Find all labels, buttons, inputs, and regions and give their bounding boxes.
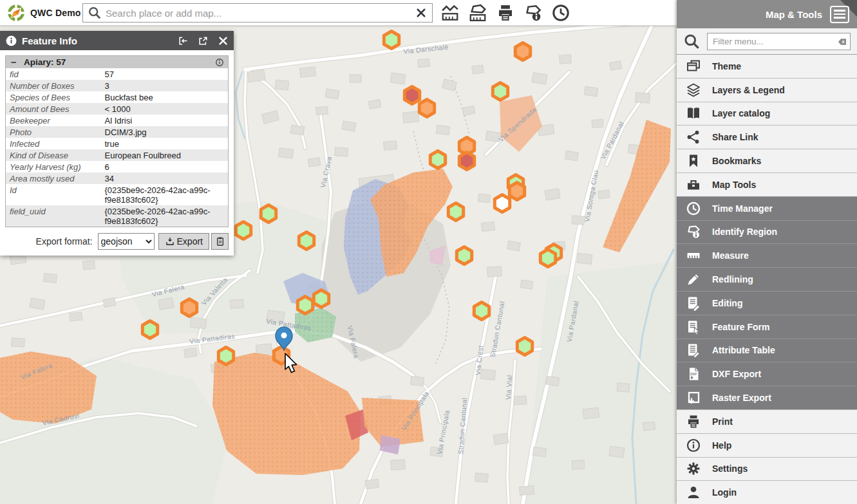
sidebar-item-editing[interactable]: Editing (677, 291, 857, 315)
sidebar-item-layer-catalog[interactable]: Layer catalog (677, 102, 857, 126)
apiary-marker[interactable] (419, 100, 434, 117)
sidebar-item-settings[interactable]: Settings (677, 457, 857, 481)
building (275, 80, 288, 90)
identify-region-button[interactable] (523, 3, 543, 23)
export-button[interactable]: Export (158, 233, 209, 250)
building (436, 125, 449, 135)
attribute-label: Id (6, 184, 101, 205)
apiary-marker[interactable] (297, 297, 312, 314)
apiary-marker[interactable] (474, 303, 489, 320)
attribute-value: < 1000 (101, 103, 229, 115)
apiary-marker[interactable] (236, 222, 250, 239)
print-button[interactable] (496, 3, 515, 23)
export-format-label: Export format: (36, 236, 93, 247)
sidebar-item-label: Print (712, 416, 733, 427)
sidebar-item-identify-region[interactable]: Identify Region (677, 220, 857, 244)
apiary-marker[interactable] (540, 250, 555, 267)
attribute-value: 6 (101, 161, 229, 173)
sidebar-item-share-link[interactable]: Share Link (677, 125, 857, 149)
attribute-label: Kind of Disease (6, 149, 101, 161)
sidebar-item-layers-legend[interactable]: Layers & Legend (677, 78, 857, 102)
apiary-marker[interactable] (459, 153, 474, 170)
apiary-marker[interactable] (404, 87, 419, 104)
sidebar-item-bookmarks[interactable]: Bookmarks (677, 149, 857, 173)
app-logo[interactable]: QWC Demo (6, 3, 81, 23)
building (391, 460, 406, 470)
sidebar-item-theme[interactable]: Theme (677, 54, 857, 78)
sidebar-item-raster-export[interactable]: Raster Export (677, 386, 857, 409)
building (480, 369, 495, 380)
building (316, 106, 328, 115)
apiary-marker[interactable] (142, 321, 157, 339)
attribute-label: Amount of Bees (6, 103, 101, 115)
theme-icon (686, 59, 701, 74)
building (83, 261, 95, 270)
attribute-value: true (101, 138, 229, 149)
topbar-toolbar (440, 3, 570, 23)
building (598, 190, 610, 199)
apiary-marker[interactable] (384, 32, 399, 49)
collapse-icon[interactable] (10, 58, 19, 67)
sidebar-item-feature-form[interactable]: Feature Form (677, 315, 857, 339)
export-format-select[interactable]: geojson (98, 233, 155, 250)
attribute-value: 34 (101, 173, 229, 184)
apiary-marker[interactable] (509, 183, 524, 200)
feature-group-header[interactable]: Apiary: 57 (6, 56, 229, 69)
apiary-marker[interactable] (314, 290, 328, 308)
sidebar-item-map-tools[interactable]: Map Tools (677, 173, 857, 196)
filter-menu-input[interactable] (707, 33, 851, 50)
apiary-marker[interactable] (261, 205, 276, 223)
building (514, 396, 527, 405)
building (545, 189, 560, 200)
search-clear-icon[interactable] (415, 7, 427, 19)
ruler-icon (686, 248, 701, 263)
sidebar-item-print[interactable]: Print (677, 409, 857, 433)
attribute-row: Kind of DiseaseEuropean Foulbreed (6, 149, 229, 161)
apiary-marker[interactable] (515, 43, 530, 61)
sidebar-item-time-manager[interactable]: Time Manager (677, 196, 857, 220)
hamburger-menu-icon[interactable] (830, 6, 849, 23)
info-icon (686, 438, 701, 453)
building (519, 486, 534, 496)
measure-line-button[interactable] (440, 3, 460, 23)
apiary-marker[interactable] (457, 247, 471, 265)
apiary-marker[interactable] (493, 83, 507, 100)
copy-to-clipboard-button[interactable] (211, 233, 229, 250)
sidebar-item-help[interactable]: Help (677, 433, 857, 457)
attribute-value: {0235be9c-2026-42ac-a99c-f9e8183fc602} (101, 205, 229, 227)
attribute-row: BeekeeperAl Idrisi (6, 115, 229, 126)
apiary-marker[interactable] (430, 151, 445, 169)
feature-info-toggle-icon[interactable] (215, 58, 224, 67)
dock-icon[interactable] (178, 35, 189, 46)
catalog-icon (686, 106, 701, 121)
sidebar-item-redlining[interactable]: Redlining (677, 267, 857, 291)
attribute-table: Apiary: 57 fid57Number of Boxes3Species … (5, 55, 229, 227)
sidebar-item-attribute-table[interactable]: Attribute Table (677, 339, 857, 362)
apiary-marker[interactable] (448, 203, 463, 221)
svg-text:DXF: DXF (690, 372, 697, 376)
close-icon[interactable] (218, 35, 229, 46)
measure-area-button[interactable] (468, 3, 487, 23)
feature-info-panel: Feature Info Apiary: 57 fid57Number of B… (0, 31, 234, 256)
apiary-marker[interactable] (494, 195, 509, 212)
detach-icon[interactable] (198, 35, 209, 46)
search-input[interactable] (102, 8, 415, 19)
attribute-row: Yearly Harvest (kg)6 (6, 161, 229, 173)
attr-table-icon (686, 342, 701, 358)
apiary-marker[interactable] (517, 338, 532, 355)
building (190, 317, 206, 328)
apiary-marker[interactable] (218, 348, 233, 365)
building (365, 479, 379, 489)
time-manager-button[interactable] (551, 3, 570, 23)
building (475, 473, 489, 482)
sidebar-item-measure[interactable]: Measure (677, 243, 857, 267)
sidebar-item-label: DXF Export (712, 369, 761, 379)
apiary-marker[interactable] (299, 232, 314, 250)
building (609, 446, 625, 458)
dxf-icon: DXF (686, 366, 701, 382)
sidebar-item-login[interactable]: Login (677, 480, 857, 504)
sidebar-item-dxf-export[interactable]: DXFDXF Export (677, 362, 857, 386)
building (572, 460, 585, 469)
filter-clear-icon[interactable] (837, 37, 847, 47)
apiary-marker[interactable] (182, 299, 196, 317)
